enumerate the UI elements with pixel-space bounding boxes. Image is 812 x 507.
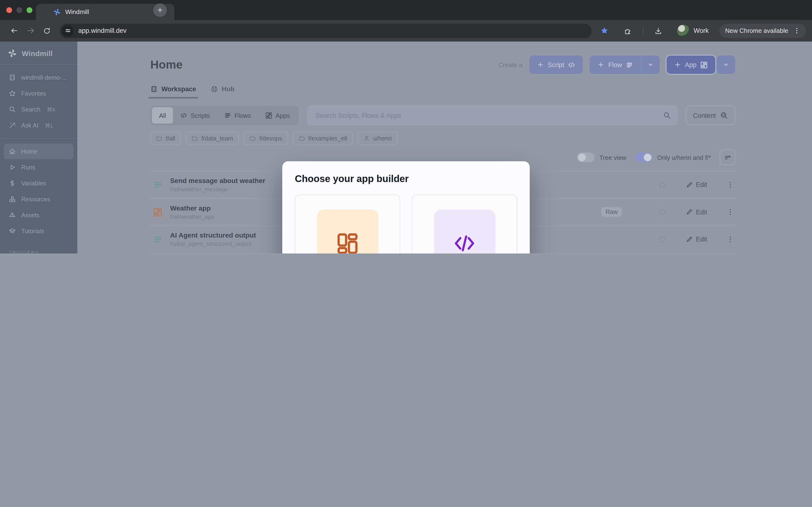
sidebar-item-search[interactable]: Search⌘k — [0, 101, 77, 117]
chrome-update-button[interactable]: New Chrome available — [719, 23, 806, 38]
only-mine-label: Only u/henri and f/* — [657, 154, 711, 161]
site-info-icon[interactable] — [62, 25, 73, 37]
folder-chip-u-henri[interactable]: u/henri — [358, 132, 398, 145]
edit-button[interactable]: Edit — [686, 209, 707, 216]
extensions-icon[interactable] — [620, 22, 636, 39]
star-icon — [9, 90, 16, 97]
tree-view-toggle[interactable] — [577, 153, 595, 162]
search-icon — [663, 112, 671, 119]
flow-type-icon — [152, 180, 163, 189]
fullcode-app-card[interactable]: Full-code AppBuild with React or Svelte … — [412, 194, 517, 253]
browser-menu-icon[interactable] — [793, 27, 800, 34]
create-flow-button[interactable]: Flow — [590, 56, 641, 74]
sidebar: Windmill windmill-demo-...FavoritesSearc… — [0, 42, 77, 253]
create-app-button-group: App — [666, 56, 735, 74]
sidebar-item-runs[interactable]: Runs — [0, 159, 77, 175]
filter-segment-apps[interactable]: Apps — [258, 107, 297, 124]
search-box[interactable] — [307, 106, 677, 125]
only-mine-toggle[interactable] — [635, 153, 652, 162]
create-app-button[interactable]: App — [666, 56, 715, 74]
create-script-button[interactable]: Script — [529, 56, 583, 74]
flow-icon — [224, 112, 231, 119]
close-window-button[interactable] — [6, 7, 12, 13]
browser-toolbar: app.windmill.dev Work New Chrome availab… — [0, 20, 812, 42]
filter-segment-scripts[interactable]: Scripts — [173, 107, 217, 124]
cap-icon — [9, 227, 16, 235]
sidebar-item-variables[interactable]: Variables — [0, 175, 77, 191]
search-input[interactable] — [315, 111, 663, 119]
favorite-star-icon[interactable] — [658, 235, 666, 244]
item-path: f/all/ai_agent_structured_output — [170, 241, 256, 247]
plus-icon — [674, 61, 681, 68]
toolbar-divider — [643, 26, 643, 36]
building-icon — [9, 74, 16, 81]
folder-chip-f-examples-etl[interactable]: f/examples_etl — [293, 132, 353, 145]
favorite-star-icon[interactable] — [658, 208, 666, 217]
code-icon — [181, 112, 187, 119]
row-menu-icon[interactable] — [725, 236, 735, 243]
filter-segment-label: Apps — [275, 112, 290, 119]
sidebar-item-resources[interactable]: Resources — [0, 191, 77, 207]
pencil-icon — [686, 209, 692, 216]
filter-row: AllScriptsFlowsApps Content — [150, 106, 735, 125]
sidebar-item-windmill-demo[interactable]: windmill-demo-... — [0, 69, 77, 86]
url-bar[interactable]: app.windmill.dev — [60, 23, 592, 38]
folder2-icon — [298, 135, 305, 142]
row-menu-icon[interactable] — [725, 181, 735, 189]
sidebar-item-label: Favorites — [21, 90, 46, 97]
list-filter-button[interactable] — [720, 150, 735, 165]
person-icon — [364, 135, 370, 142]
edit-label: Edit — [696, 209, 707, 216]
maximize-window-button[interactable] — [27, 7, 33, 13]
plus-icon — [537, 61, 544, 68]
edit-label: Edit — [696, 236, 707, 243]
flow-icon — [626, 61, 633, 68]
folder-chip-f-all[interactable]: f/all — [150, 132, 181, 145]
minimize-window-button[interactable] — [16, 7, 22, 13]
windmill-logo[interactable]: Windmill — [0, 42, 77, 64]
bookmark-star-icon[interactable] — [597, 22, 613, 39]
downloads-icon[interactable] — [650, 22, 666, 39]
folder-chips: f/allf/data_teamf/devopsf/examples_etlu/… — [150, 132, 735, 145]
filter-segment-flows[interactable]: Flows — [217, 107, 258, 124]
sidebar-item-favorites[interactable]: Favorites — [0, 86, 77, 101]
edit-button[interactable]: Edit — [686, 181, 707, 188]
folder-chip-f-devops[interactable]: f/devops — [244, 132, 288, 145]
sidebar-item-assets[interactable]: Assets — [0, 207, 77, 223]
toolbar-right: Work New Chrome available — [597, 22, 806, 39]
folder2-icon — [250, 135, 256, 142]
sidebar-item-label: Variables — [21, 180, 46, 187]
folder-chip-f-data-team[interactable]: f/data_team — [186, 132, 239, 145]
new-tab-button[interactable]: + — [153, 3, 167, 17]
app-dropdown-chevron[interactable] — [717, 56, 735, 74]
row-menu-icon[interactable] — [725, 208, 735, 216]
sidebar-item-home[interactable]: Home — [4, 144, 73, 159]
edit-label: Edit — [696, 181, 707, 188]
item-title: Weather app — [170, 204, 214, 212]
sidebar-item-label: Tutorials — [21, 228, 44, 234]
filter-segment-label: All — [159, 112, 166, 119]
building-icon — [150, 86, 158, 93]
sidebar-item-tutorials[interactable]: Tutorials — [0, 223, 77, 239]
flow-dropdown-chevron[interactable] — [641, 56, 660, 74]
back-button[interactable] — [6, 22, 22, 39]
folder-chip-label: f/all — [166, 135, 175, 142]
folder-chip-label: f/data_team — [201, 135, 233, 142]
forward-button[interactable] — [22, 22, 39, 39]
lowcode-tile — [317, 210, 378, 253]
page-title: Home — [150, 58, 183, 71]
edit-button[interactable]: Edit — [686, 236, 707, 243]
profile-button[interactable]: Work — [673, 23, 713, 38]
window-controls[interactable] — [6, 7, 33, 13]
item-path: f/all/weather_app — [170, 213, 214, 220]
lowcode-app-card[interactable]: Low-code AppDrag-and-drop UI builder wit… — [295, 194, 400, 253]
sidebar-item-ask-ai[interactable]: Ask AI⌘L — [0, 117, 77, 133]
tab-hub[interactable]: Hub — [211, 86, 235, 99]
item-path: f/all/weather_message — [170, 186, 265, 193]
content-search-button[interactable]: Content — [686, 106, 735, 125]
filter-segment-all[interactable]: All — [152, 107, 173, 124]
favorite-star-icon[interactable] — [658, 181, 666, 189]
reload-button[interactable] — [39, 22, 55, 39]
app-grid-icon — [337, 232, 359, 253]
tab-workspace[interactable]: Workspace — [150, 86, 196, 99]
